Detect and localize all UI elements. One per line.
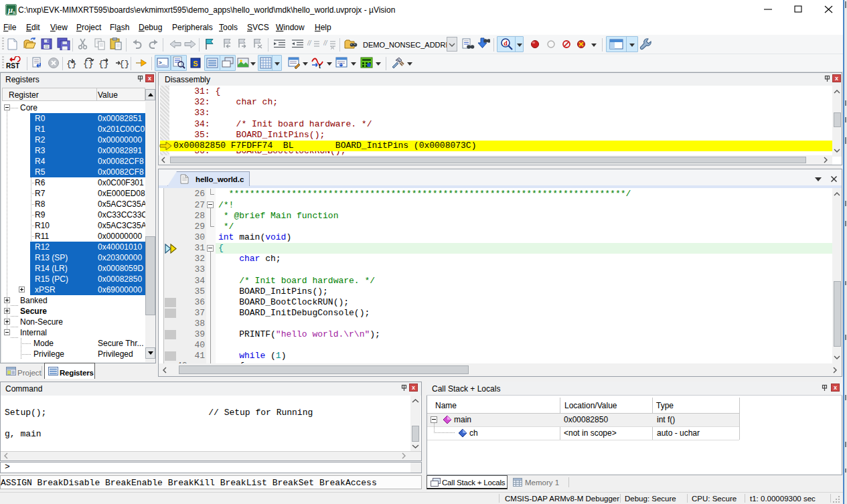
svg-text:d: d [504,39,508,47]
svg-text:{}: {} [119,59,129,69]
svg-text:RST: RST [6,62,19,70]
svg-text://: // [323,39,328,47]
svg-text://: // [307,39,312,47]
svg-text:>_: >_ [159,60,165,66]
svg-text:S: S [193,60,198,68]
svg-text:t: t [319,63,321,69]
svg-text:µ: µ [7,5,13,15]
svg-text:{}: {} [66,59,77,69]
